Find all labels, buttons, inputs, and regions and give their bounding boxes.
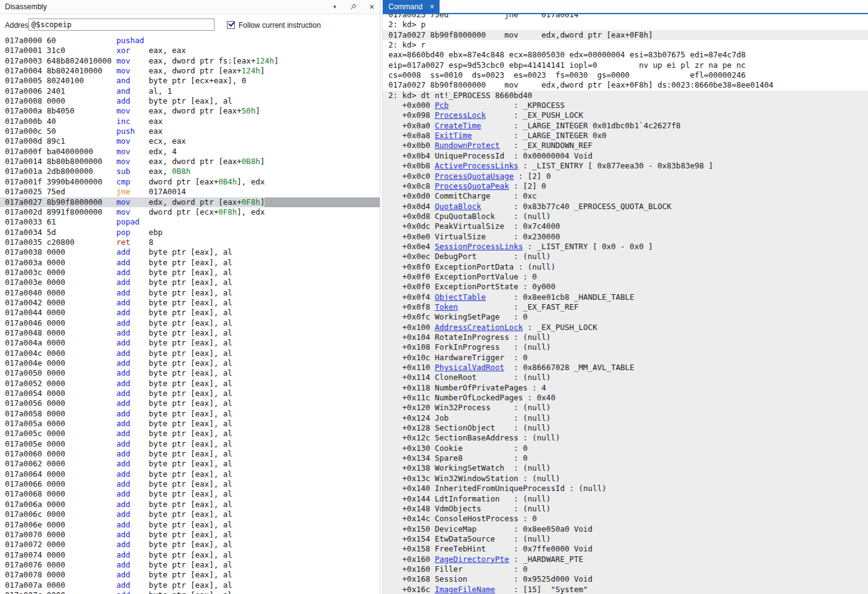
dt-field-link[interactable]: RundownProtect: [435, 141, 499, 150]
dt-field-link[interactable]: PhysicalVadRoot: [435, 363, 504, 372]
disasm-row[interactable]: 017a0008 0000 add byte ptr [eax], al: [0, 96, 380, 106]
disasm-row[interactable]: 017a0006 2401 and al, 1: [0, 86, 380, 96]
disasm-row[interactable]: 017a005a 0000 add byte ptr [eax], al: [0, 419, 380, 429]
disasm-row[interactable]: 017a002d 8991f8000000 mov dword ptr [ecx…: [0, 207, 380, 217]
disasm-row[interactable]: 017a0076 0000 add byte ptr [eax], al: [0, 560, 380, 570]
dt-field-link[interactable]: CreateTime: [435, 121, 481, 130]
dt-field-link[interactable]: ProcessQuotaPeak: [435, 181, 509, 191]
follow-current-instruction-checkbox[interactable]: [227, 21, 235, 29]
disasm-row[interactable]: 017a0005 80240100 and byte ptr [ecx+eax]…: [0, 76, 380, 86]
command-line: +0x114 CloneRoot : (null): [383, 373, 868, 382]
dt-field-link[interactable]: Pcb: [435, 101, 449, 110]
disasm-row[interactable]: 017a0050 0000 add byte ptr [eax], al: [0, 368, 380, 378]
mnemonic: add: [117, 500, 131, 509]
disasm-row[interactable]: 017a0033 61 popad: [0, 217, 380, 227]
mnemonic: add: [117, 560, 131, 569]
disasm-row[interactable]: 017a000c 50 push eax: [0, 126, 380, 136]
disasm-row[interactable]: 017a000f ba04000000 mov edx, 4: [0, 147, 380, 157]
disasm-row[interactable]: 017a004c 0000 add byte ptr [eax], al: [0, 349, 380, 358]
tab-close-icon[interactable]: ×: [430, 3, 434, 10]
disasm-row[interactable]: 017a0074 0000 add byte ptr [eax], al: [0, 550, 380, 560]
command-line: +0x110 PhysicalVadRoot : 0x86667028 _MM_…: [383, 363, 868, 373]
command-line: +0x0d4 QuotaBlock : 0x83b77c40 _EPROCESS…: [383, 202, 868, 212]
close-icon[interactable]: ×: [367, 2, 376, 11]
dt-field-link[interactable]: ActiveProcessLinks: [435, 161, 518, 170]
checkmark-icon: [228, 20, 234, 27]
follow-current-instruction-label: Follow current instruction: [239, 14, 321, 36]
disasm-row[interactable]: 017a006c 0000 add byte ptr [eax], al: [0, 509, 380, 519]
command-line: +0x0f0 ExceptionPortState : 0y000: [383, 282, 868, 292]
disasm-row[interactable]: 017a0052 0000 add byte ptr [eax], al: [0, 379, 380, 389]
disasm-row[interactable]: 017a003a 0000 add byte ptr [eax], al: [0, 258, 380, 268]
command-line: +0x134 Spare8 : 0: [383, 453, 868, 463]
dt-field-link[interactable]: ProcessQuotaUsage: [435, 171, 514, 181]
dt-field-link[interactable]: Token: [435, 302, 458, 311]
disasm-row[interactable]: 017a0048 0000 add byte ptr [eax], al: [0, 328, 380, 338]
disasm-row[interactable]: 017a0056 0000 add byte ptr [eax], al: [0, 398, 380, 408]
dt-field-link[interactable]: ObjectTable: [435, 292, 486, 302]
disasm-row[interactable]: 017a0058 0000 add byte ptr [eax], al: [0, 409, 380, 419]
disasm-row[interactable]: 017a007a 0000 add byte ptr [eax], al: [0, 580, 380, 590]
command-line: +0x0b0 RundownProtect : _EX_RUNDOWN_REF: [383, 141, 868, 151]
disasm-row[interactable]: 017a0035 c20800 ret 8: [0, 237, 380, 247]
mnemonic: add: [117, 550, 131, 559]
disasm-row[interactable]: 017a000b 40 inc eax: [0, 117, 380, 126]
disasm-row[interactable]: 017a0034 5d pop ebp: [0, 228, 380, 237]
disasm-row[interactable]: 017a0000 60 pushad: [0, 36, 380, 46]
disasm-row[interactable]: 017a0046 0000 add byte ptr [eax], al: [0, 318, 380, 328]
command-line: +0x0e4 SessionProcessLinks : _LIST_ENTRY…: [383, 242, 868, 252]
disasm-row[interactable]: 017a0040 0000 add byte ptr [eax], al: [0, 288, 380, 298]
disasm-row[interactable]: 017a007c 0000 add byte ptr [eax], al: [0, 590, 380, 594]
dt-field-link[interactable]: AddressCreationLock: [435, 323, 523, 332]
disasm-row[interactable]: 017a006e 0000 add byte ptr [eax], al: [0, 520, 380, 530]
command-line: +0x000 Pcb : _KPROCESS: [383, 101, 868, 110]
command-line: +0x0b4 UniqueProcessId : 0x00000004 Void: [383, 151, 868, 161]
dt-field-link[interactable]: ProcessLock: [435, 110, 486, 120]
disasm-row[interactable]: 017a005c 0000 add byte ptr [eax], al: [0, 429, 380, 439]
tab-command[interactable]: Command ×: [383, 0, 440, 13]
disasm-row[interactable]: 017a0003 648b8024010000 mov eax, dword p…: [0, 56, 380, 66]
address-input[interactable]: [28, 19, 215, 31]
pin-icon[interactable]: [349, 2, 358, 11]
disasm-row[interactable]: 017a004e 0000 add byte ptr [eax], al: [0, 358, 380, 368]
disasm-row[interactable]: 017a003c 0000 add byte ptr [eax], al: [0, 268, 380, 278]
disasm-row[interactable]: 017a001a 2db8000000 sub eax, 0B8h: [0, 167, 380, 176]
disasm-row[interactable]: 017a0014 8b80b8000000 mov eax, dword ptr…: [0, 157, 380, 167]
dropdown-arrow-icon[interactable]: ▾: [330, 2, 339, 11]
disasm-row[interactable]: 017a000a 8b4050 mov eax, dword ptr [eax+…: [0, 106, 380, 116]
disasm-row[interactable]: 017a006a 0000 add byte ptr [eax], al: [0, 500, 380, 509]
command-line: +0x16c ImageFileName : [15] "System": [383, 585, 868, 594]
command-line: 017a0027 8b90f8000000 mov edx,dword ptr …: [383, 30, 868, 40]
disasm-row[interactable]: 017a0004 8b8024010000 mov eax, dword ptr…: [0, 66, 380, 76]
disasm-row[interactable]: 017a005e 0000 add byte ptr [eax], al: [0, 439, 380, 449]
mnemonic: jne: [117, 187, 131, 196]
disasm-row[interactable]: 017a0072 0000 add byte ptr [eax], al: [0, 540, 380, 550]
disasm-row[interactable]: 017a0001 31c0 xor eax, eax: [0, 46, 380, 56]
dt-field-link[interactable]: ExitTime: [435, 131, 472, 140]
disasm-row[interactable]: 017a003e 0000 add byte ptr [eax], al: [0, 278, 380, 287]
disasm-row[interactable]: 017a0038 0000 add byte ptr [eax], al: [0, 247, 380, 257]
disasm-row[interactable]: 017a0070 0000 add byte ptr [eax], al: [0, 530, 380, 540]
disasm-row[interactable]: 017a0064 0000 add byte ptr [eax], al: [0, 469, 380, 479]
mnemonic: mov: [117, 56, 131, 65]
disasm-row[interactable]: 017a0062 0000 add byte ptr [eax], al: [0, 459, 380, 469]
command-output: 017a0025 75ed jne 017a00142: kd> p017a00…: [383, 14, 868, 594]
disasm-row[interactable]: 017a0060 0000 add byte ptr [eax], al: [0, 449, 380, 459]
disasm-row[interactable]: 017a0068 0000 add byte ptr [eax], al: [0, 489, 380, 499]
dt-field-link[interactable]: ImageFileName: [435, 585, 495, 594]
mnemonic: push: [117, 126, 135, 136]
disasm-row[interactable]: 017a000d 89c1 mov ecx, eax: [0, 136, 380, 146]
command-line: +0x0f0 ExceptionPortData : (null): [383, 262, 868, 272]
dt-field-link[interactable]: PageDirectoryPte: [435, 555, 509, 564]
disasm-row[interactable]: 017a004a 0000 add byte ptr [eax], al: [0, 338, 380, 348]
disasm-row-current[interactable]: 017a0027 8b90f8000000 mov edx, dword ptr…: [0, 197, 380, 207]
disasm-row[interactable]: 017a0042 0000 add byte ptr [eax], al: [0, 298, 380, 308]
disasm-row[interactable]: 017a0078 0000 add byte ptr [eax], al: [0, 570, 380, 580]
disasm-row[interactable]: 017a0054 0000 add byte ptr [eax], al: [0, 389, 380, 398]
disasm-row[interactable]: 017a0066 0000 add byte ptr [eax], al: [0, 479, 380, 489]
dt-field-link[interactable]: SessionProcessLinks: [435, 242, 523, 251]
disasm-row[interactable]: 017a001f 3990b4000000 cmp dword ptr [eax…: [0, 177, 380, 187]
disasm-row[interactable]: 017a0025 75ed jne 017A0014: [0, 187, 380, 197]
dt-field-link[interactable]: QuotaBlock: [435, 202, 481, 211]
disasm-row[interactable]: 017a0044 0000 add byte ptr [eax], al: [0, 308, 380, 318]
